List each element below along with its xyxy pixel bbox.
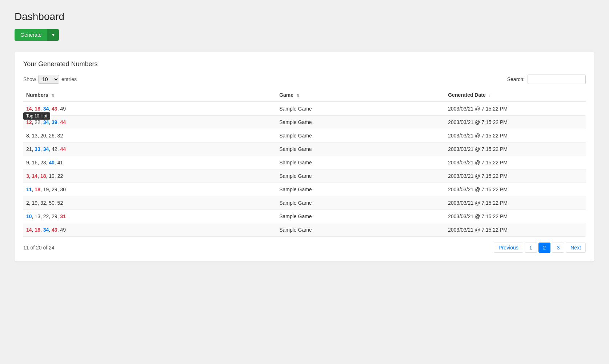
- numbers-value: 10, 13, 22, 29, 31: [26, 213, 66, 219]
- tooltip: Top 10 Hot: [23, 112, 50, 120]
- sort-icon-date: ↓: [489, 93, 490, 97]
- numbers-value: 21, 33, 34, 42, 44: [26, 146, 66, 152]
- date-cell: 2003/03/21 @ 7:15:22 PM: [445, 116, 586, 129]
- table-body: 14, 18, 34, 43, 49Top 10 HotSample Game2…: [23, 102, 586, 237]
- table-row: 2, 19, 32, 50, 52Sample Game2003/03/21 @…: [23, 196, 586, 210]
- page-2-button[interactable]: 2: [538, 243, 551, 253]
- col-header-game[interactable]: Game ⇅: [276, 88, 445, 102]
- numbers-cell: 2, 19, 32, 50, 52: [23, 196, 276, 210]
- date-cell: 2003/03/21 @ 7:15:22 PM: [445, 223, 586, 237]
- page-1-button[interactable]: 1: [525, 243, 537, 253]
- numbers-value: 14, 18, 34, 43, 49: [26, 227, 66, 233]
- table-row: 9, 16, 23, 40, 41Sample Game2003/03/21 @…: [23, 156, 586, 169]
- date-cell: 2003/03/21 @ 7:15:22 PM: [445, 196, 586, 210]
- show-entries-control: Show 102550100 entries: [23, 75, 77, 84]
- col-header-date[interactable]: Generated Date ↓: [445, 88, 586, 102]
- game-cell: Sample Game: [276, 129, 445, 143]
- numbers-value: 3, 14, 18, 19, 22: [26, 173, 63, 179]
- table-controls: Show 102550100 entries Search:: [23, 75, 586, 84]
- game-cell: Sample Game: [276, 169, 445, 183]
- chevron-down-icon: ▼: [51, 32, 55, 37]
- generate-dropdown-button[interactable]: ▼: [47, 29, 59, 41]
- numbers-cell: 3, 14, 18, 19, 22: [23, 169, 276, 183]
- next-button[interactable]: Next: [566, 243, 586, 253]
- numbers-cell: 8, 13, 20, 26, 32: [23, 129, 276, 143]
- search-input[interactable]: [528, 75, 586, 84]
- numbers-cell: 9, 16, 23, 40, 41: [23, 156, 276, 169]
- table-row: 12, 22, 34, 39, 44Sample Game2003/03/21 …: [23, 116, 586, 129]
- entries-select[interactable]: 102550100: [38, 75, 59, 84]
- numbers-cell: 11, 18, 19, 29, 30: [23, 183, 276, 196]
- date-cell: 2003/03/21 @ 7:15:22 PM: [445, 102, 586, 116]
- show-label: Show: [23, 76, 36, 82]
- search-label: Search:: [507, 76, 525, 82]
- sort-icon-game: ⇅: [296, 93, 299, 97]
- numbers-cell: 14, 18, 34, 43, 49: [23, 223, 276, 237]
- pagination: Previous 1 2 3 Next: [494, 243, 586, 253]
- game-cell: Sample Game: [276, 183, 445, 196]
- numbers-value: 9, 16, 23, 40, 41: [26, 160, 63, 165]
- numbers-cell: 21, 33, 34, 42, 44: [23, 143, 276, 156]
- numbers-table: Numbers ⇅ Game ⇅ Generated Date ↓ 14, 18…: [23, 88, 586, 237]
- search-box: Search:: [507, 75, 586, 84]
- date-cell: 2003/03/21 @ 7:15:22 PM: [445, 169, 586, 183]
- sort-icon-numbers: ⇅: [51, 93, 54, 97]
- numbers-value: 12, 22, 34, 39, 44: [26, 119, 66, 125]
- date-cell: 2003/03/21 @ 7:15:22 PM: [445, 156, 586, 169]
- game-cell: Sample Game: [276, 223, 445, 237]
- table-row: 14, 18, 34, 43, 49Top 10 HotSample Game2…: [23, 102, 586, 116]
- numbers-cell: 14, 18, 34, 43, 49Top 10 Hot: [23, 102, 276, 116]
- game-cell: Sample Game: [276, 143, 445, 156]
- date-cell: 2003/03/21 @ 7:15:22 PM: [445, 129, 586, 143]
- entries-info: 11 of 20 of 24: [23, 245, 55, 251]
- date-cell: 2003/03/21 @ 7:15:22 PM: [445, 183, 586, 196]
- page-title: Dashboard: [15, 11, 594, 23]
- game-cell: Sample Game: [276, 116, 445, 129]
- numbers-value: 8, 13, 20, 26, 32: [26, 133, 63, 139]
- table-row: 3, 14, 18, 19, 22Sample Game2003/03/21 @…: [23, 169, 586, 183]
- main-card: Your Generated Numbers Show 102550100 en…: [15, 52, 594, 261]
- game-cell: Sample Game: [276, 156, 445, 169]
- table-row: 8, 13, 20, 26, 32Sample Game2003/03/21 @…: [23, 129, 586, 143]
- previous-button[interactable]: Previous: [494, 243, 523, 253]
- card-title: Your Generated Numbers: [23, 60, 586, 68]
- date-cell: 2003/03/21 @ 7:15:22 PM: [445, 143, 586, 156]
- header-row: Numbers ⇅ Game ⇅ Generated Date ↓: [23, 88, 586, 102]
- table-row: 11, 18, 19, 29, 30Sample Game2003/03/21 …: [23, 183, 586, 196]
- page-wrapper: Dashboard Generate ▼ Your Generated Numb…: [0, 0, 609, 272]
- date-cell: 2003/03/21 @ 7:15:22 PM: [445, 210, 586, 223]
- generate-button-group: Generate ▼: [15, 29, 59, 41]
- numbers-value: 14, 18, 34, 43, 49: [26, 106, 66, 112]
- table-row: 14, 18, 34, 43, 49Sample Game2003/03/21 …: [23, 223, 586, 237]
- numbers-value: 11, 18, 19, 29, 30: [26, 187, 66, 192]
- numbers-value: 2, 19, 32, 50, 52: [26, 200, 63, 206]
- generate-main-button[interactable]: Generate: [15, 29, 47, 41]
- table-header: Numbers ⇅ Game ⇅ Generated Date ↓: [23, 88, 586, 102]
- table-row: 21, 33, 34, 42, 44Sample Game2003/03/21 …: [23, 143, 586, 156]
- game-cell: Sample Game: [276, 102, 445, 116]
- table-row: 10, 13, 22, 29, 31Sample Game2003/03/21 …: [23, 210, 586, 223]
- game-cell: Sample Game: [276, 196, 445, 210]
- numbers-cell: 12, 22, 34, 39, 44: [23, 116, 276, 129]
- game-cell: Sample Game: [276, 210, 445, 223]
- col-header-numbers[interactable]: Numbers ⇅: [23, 88, 276, 102]
- table-footer: 11 of 20 of 24 Previous 1 2 3 Next: [23, 243, 586, 253]
- entries-label: entries: [61, 76, 77, 82]
- numbers-cell: 10, 13, 22, 29, 31: [23, 210, 276, 223]
- page-3-button[interactable]: 3: [552, 243, 564, 253]
